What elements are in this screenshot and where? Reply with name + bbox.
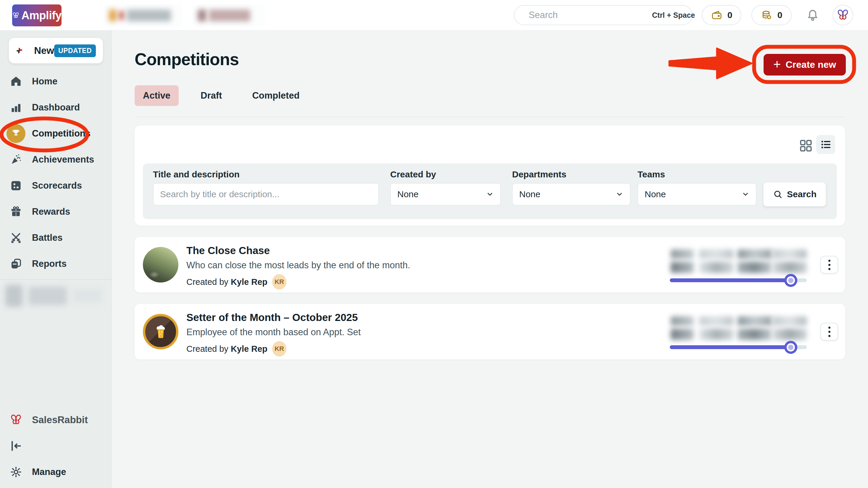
sidebar-item-battles[interactable]: Battles — [0, 225, 112, 251]
reports-icon — [9, 257, 23, 270]
search-icon — [773, 189, 783, 199]
sidebar-item-scorecards[interactable]: Scorecards — [0, 173, 112, 199]
filter-teams: Teams None — [638, 164, 756, 219]
redacted-user-item[interactable] — [5, 283, 106, 309]
redacted-workspace-chip[interactable] — [103, 4, 182, 27]
redacted-blur — [699, 316, 734, 326]
redacted-blur — [772, 249, 807, 259]
sidebar-item-dashboard[interactable]: Dashboard — [0, 94, 112, 120]
competition-row[interactable]: The Close Chase Who can close the most l… — [134, 237, 845, 292]
list-view-toggle[interactable] — [816, 135, 835, 154]
created-by-select[interactable]: None — [390, 183, 501, 205]
slider-thumb[interactable] — [784, 274, 797, 287]
redacted-blur — [671, 316, 694, 326]
wallet-badge[interactable]: 0 — [702, 5, 741, 25]
wallet-icon — [711, 9, 723, 21]
coins-badge[interactable]: 0 — [751, 5, 792, 25]
progress-slider[interactable] — [670, 345, 807, 349]
redacted-blur — [772, 329, 807, 340]
row-menu-button[interactable] — [820, 256, 838, 274]
new-button[interactable]: New UPDATED — [9, 38, 103, 63]
chevron-down-icon — [616, 191, 623, 198]
user-avatar[interactable] — [833, 5, 853, 26]
competition-image-cyclists — [143, 247, 178, 283]
crossed-swords-icon — [9, 231, 23, 244]
tab-draft[interactable]: Draft — [192, 85, 230, 106]
list-view-icon — [820, 139, 832, 150]
redacted-stat — [738, 249, 772, 273]
annotation-arrow — [669, 48, 752, 79]
home-icon — [9, 75, 23, 88]
filter-title-label: Title and description — [153, 169, 240, 179]
competition-title: Setter of the Month – October 2025 — [186, 312, 358, 323]
manage-button[interactable]: Manage — [0, 462, 112, 482]
wallet-count: 0 — [727, 10, 733, 20]
redacted-workspace-chip[interactable] — [192, 4, 266, 27]
redacted-stat — [671, 316, 694, 340]
filter-search-label: Search — [787, 189, 816, 199]
tab-active[interactable]: Active — [134, 85, 179, 106]
filter-created-by: Created by None — [390, 164, 501, 219]
redacted-blur — [738, 316, 772, 326]
redacted-stat — [699, 316, 734, 340]
competition-created-by: Created by Kyle Rep KR — [186, 274, 286, 290]
redacted-blur — [73, 289, 102, 303]
redacted-stat — [699, 249, 734, 273]
redacted-blur — [671, 329, 694, 340]
redacted-stat — [772, 316, 807, 340]
sidebar-divider — [0, 279, 112, 280]
creator-name: Kyle Rep — [231, 277, 268, 287]
notifications-button[interactable] — [806, 8, 819, 22]
redacted-stat — [671, 249, 694, 273]
global-search[interactable]: Ctrl + Space — [514, 5, 692, 25]
created-by-prefix: Created by — [186, 344, 228, 353]
redacted-blur — [699, 262, 734, 273]
slider-thumb[interactable] — [784, 341, 797, 354]
redacted-blur — [699, 329, 734, 340]
departments-select[interactable]: None — [512, 183, 630, 205]
redacted-blur — [119, 11, 124, 20]
sidebar-item-label: Rewards — [32, 206, 70, 217]
sidebar-item-rewards[interactable]: Rewards — [0, 199, 112, 225]
collapse-sidebar-button[interactable] — [0, 436, 112, 456]
salesrabbit-logo-icon — [9, 413, 23, 426]
row-menu-button[interactable] — [820, 323, 838, 341]
search-shortcut: Ctrl + Space — [652, 11, 695, 20]
tabs-divider — [134, 117, 845, 117]
amplify-logo[interactable]: Amplify — [12, 4, 62, 26]
salesrabbit-brand: SalesRabbit — [0, 410, 112, 430]
filter-search-button[interactable]: Search — [763, 182, 826, 207]
progress-slider[interactable] — [670, 278, 807, 282]
title-search-input[interactable] — [160, 189, 372, 199]
brand-name: Amplify — [21, 9, 62, 22]
creator-avatar: KR — [272, 274, 286, 290]
create-new-button[interactable]: + Create new — [764, 54, 846, 76]
party-popper-icon — [9, 153, 23, 166]
redacted-blur — [772, 262, 807, 273]
competition-row[interactable]: Setter of the Month – October 2025 Emplo… — [134, 304, 845, 360]
sidebar-item-reports[interactable]: Reports — [0, 251, 112, 277]
page-title: Competitions — [134, 50, 239, 69]
search-input[interactable] — [529, 10, 647, 21]
redacted-blur — [699, 249, 734, 259]
tab-completed[interactable]: Completed — [244, 85, 308, 106]
creator-avatar: KR — [272, 341, 286, 356]
teams-select[interactable]: None — [638, 183, 756, 205]
plus-glyph: + — [773, 58, 781, 71]
redacted-blur — [671, 262, 694, 273]
sidebar-item-label: Dashboard — [32, 102, 80, 113]
progress-fill — [670, 345, 790, 349]
manage-label: Manage — [32, 467, 66, 477]
grid-view-icon[interactable] — [799, 139, 813, 153]
sidebar-item-label: Battles — [32, 232, 62, 243]
sidebar-item-label: Reports — [32, 259, 67, 269]
sidebar-item-competitions[interactable]: Competitions — [0, 120, 112, 147]
sidebar-item-achievements[interactable]: Achievements — [0, 147, 112, 173]
redacted-blur — [5, 285, 23, 307]
scorecard-icon — [9, 179, 23, 192]
sidebar-item-home[interactable]: Home — [0, 68, 112, 94]
salesrabbit-label: SalesRabbit — [32, 414, 88, 426]
redacted-blur — [127, 9, 171, 21]
departments-label: Departments — [512, 169, 566, 179]
bar-chart-icon — [9, 101, 23, 114]
